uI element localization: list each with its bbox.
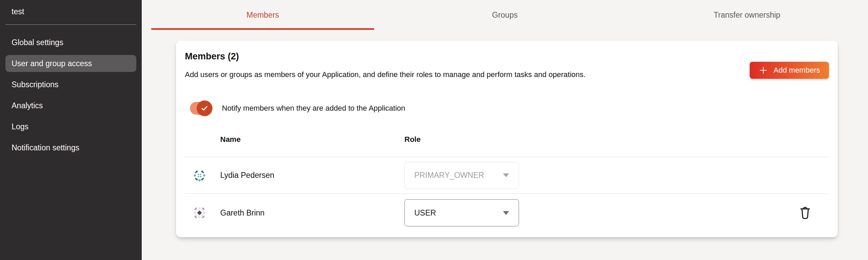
table-row: Gareth Brinn USER [185,194,829,232]
delete-member-button[interactable] [798,204,813,220]
toggle-thumb [197,100,212,116]
member-name: Lydia Pedersen [220,171,404,180]
member-name: Gareth Brinn [220,208,404,218]
sidebar-app-title: test [0,0,142,24]
caret-down-icon [503,173,509,177]
add-members-button[interactable]: Add members [750,62,829,79]
sidebar-nav: Global settings User and group access Su… [0,34,142,156]
avatar-cell [185,206,220,219]
sidebar-item-label: Notification settings [12,143,79,152]
notify-toggle[interactable] [190,100,211,116]
trash-icon [798,205,812,220]
column-header-role: Role [404,135,798,144]
sidebar-item-label: User and group access [12,59,92,68]
tab-label: Members [246,11,279,20]
sidebar-item-user-and-group-access[interactable]: User and group access [5,55,136,72]
members-count-title: Members (2) [185,51,829,62]
members-table: Name Role [185,135,829,232]
avatar-teal-dotted-circle [193,169,206,182]
tab-members[interactable]: Members [142,0,384,30]
table-row: Lydia Pedersen PRIMARY_OWNER [185,157,829,193]
notify-toggle-label: Notify members when they are added to th… [222,104,405,113]
sidebar-item-label: Logs [12,122,29,131]
role-select[interactable]: USER [404,199,519,226]
sidebar-item-label: Analytics [12,101,43,110]
main-content: Members Groups Transfer ownership Member… [142,0,868,260]
active-tab-underline [151,28,374,30]
tabbar: Members Groups Transfer ownership [142,0,868,30]
tab-label: Groups [492,11,518,20]
add-members-label: Add members [774,66,820,75]
notify-toggle-row: Notify members when they are added to th… [185,100,829,116]
sidebar-item-analytics[interactable]: Analytics [5,97,136,114]
role-value: PRIMARY_OWNER [414,171,484,180]
sidebar-item-label: Subscriptions [12,80,58,89]
app-window: test Global settings User and group acce… [0,0,868,260]
table-header: Name Role [185,135,829,157]
avatar-cell [185,169,220,182]
tab-transfer-ownership[interactable]: Transfer ownership [626,0,868,30]
avatar-purple-diamond-circle [193,206,206,219]
sidebar-item-notification-settings[interactable]: Notification settings [5,139,136,156]
sidebar: test Global settings User and group acce… [0,0,142,260]
caret-down-icon [503,211,509,215]
members-panel-header: Members (2) Add users or groups as membe… [185,41,829,79]
plus-icon [759,66,768,75]
sidebar-item-subscriptions[interactable]: Subscriptions [5,76,136,93]
role-value: USER [414,208,436,218]
members-panel: Members (2) Add users or groups as membe… [176,41,838,237]
check-icon [199,103,210,113]
members-description: Add users or groups as members of your A… [185,70,829,79]
column-header-name: Name [220,135,404,144]
tab-label: Transfer ownership [714,11,780,20]
sidebar-item-label: Global settings [12,38,63,47]
tab-groups[interactable]: Groups [384,0,626,30]
role-select: PRIMARY_OWNER [404,162,519,189]
sidebar-item-global-settings[interactable]: Global settings [5,34,136,51]
sidebar-item-logs[interactable]: Logs [5,118,136,135]
sidebar-divider [5,24,136,25]
